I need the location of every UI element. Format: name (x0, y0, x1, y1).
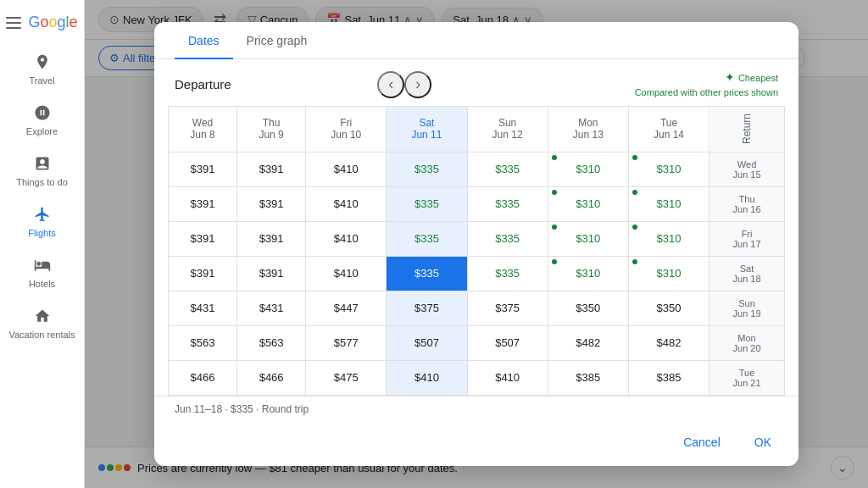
col-header-1: ThuJun 9 (237, 107, 306, 152)
table-row: $391$391$410$335$335$310$310WedJun 15 (169, 152, 785, 186)
price-cell-0-5[interactable]: $310 (548, 152, 628, 186)
price-cell-4-0[interactable]: $431 (169, 291, 237, 325)
dates-modal: Dates Price graph Departure ‹ › ✦ Cheape… (154, 22, 798, 465)
price-cell-4-1[interactable]: $431 (237, 291, 306, 325)
hamburger-menu[interactable] (6, 17, 21, 29)
price-cell-6-0[interactable]: $466 (169, 360, 237, 395)
price-cell-4-5[interactable]: $350 (548, 291, 628, 325)
price-cell-1-2[interactable]: $410 (306, 186, 387, 221)
price-cell-5-0[interactable]: $563 (169, 325, 237, 360)
price-cell-0-6[interactable]: $310 (628, 152, 709, 186)
return-cell-4[interactable]: SunJun 19 (709, 291, 785, 325)
sidebar-item-travel[interactable]: Travel (0, 45, 84, 92)
calendar-next-button[interactable]: › (404, 71, 431, 98)
price-cell-2-1[interactable]: $391 (237, 221, 306, 256)
tab-dates[interactable]: Dates (175, 22, 233, 59)
status-text: Jun 11–18 · $335 · Round trip (175, 403, 309, 415)
return-cell-0[interactable]: WedJun 15 (709, 152, 785, 186)
price-cell-3-2[interactable]: $410 (306, 256, 387, 291)
price-cell-5-4[interactable]: $507 (467, 325, 548, 360)
price-cell-5-1[interactable]: $563 (237, 325, 306, 360)
price-cell-1-6[interactable]: $310 (628, 186, 709, 221)
calendar-title: Departure (175, 77, 377, 92)
sidebar-item-vacation[interactable]: Vacation rentals (0, 299, 84, 347)
price-cell-6-4[interactable]: $410 (467, 360, 548, 395)
price-cell-5-6[interactable]: $482 (628, 325, 709, 360)
return-header: Return (709, 107, 785, 152)
col-header-4: SunJun 12 (467, 107, 548, 152)
price-cell-0-1[interactable]: $391 (237, 152, 306, 186)
price-cell-5-2[interactable]: $577 (306, 325, 387, 360)
tab-price-graph[interactable]: Price graph (233, 22, 321, 59)
sidebar-item-travel-label: Travel (29, 75, 54, 86)
travel-icon (32, 52, 53, 72)
price-cell-0-0[interactable]: $391 (169, 152, 237, 186)
col-header-0: WedJun 8 (169, 107, 237, 152)
price-cell-2-0[interactable]: $391 (169, 221, 237, 256)
price-cell-2-6[interactable]: $310 (628, 221, 709, 256)
explore-icon (32, 103, 53, 123)
col-header-6: TueJun 14 (628, 107, 709, 152)
return-cell-6[interactable]: TueJun 21 (709, 360, 785, 395)
price-cell-0-2[interactable]: $410 (306, 152, 387, 186)
cheapest-sub-text: Compared with other prices shown (635, 86, 778, 99)
cancel-button[interactable]: Cancel (670, 429, 734, 456)
logo-text: Google (28, 14, 77, 31)
sidebar-item-explore[interactable]: Explore (0, 96, 84, 143)
return-cell-5[interactable]: MonJun 20 (709, 325, 785, 360)
table-row: $563$563$577$507$507$482$482MonJun 20 (169, 325, 785, 360)
price-cell-4-2[interactable]: $447 (306, 291, 387, 325)
price-cell-0-4[interactable]: $335 (467, 152, 548, 186)
sidebar-item-flights-label: Flights (28, 228, 55, 238)
price-cell-1-4[interactable]: $335 (467, 186, 548, 221)
price-cell-4-3[interactable]: $375 (387, 291, 467, 325)
table-row: $431$431$447$375$375$350$350SunJun 19 (169, 291, 785, 325)
calendar-status: Jun 11–18 · $335 · Round trip (154, 396, 798, 422)
price-cell-2-4[interactable]: $335 (467, 221, 548, 256)
main-area: ⊙ New York JFK ⇄ ▽ Cancun 📅 Sat, Jun 11 … (85, 0, 868, 488)
price-cell-1-1[interactable]: $391 (237, 186, 306, 221)
price-cell-5-3[interactable]: $507 (387, 325, 467, 360)
return-cell-3[interactable]: SatJun 18 (709, 256, 785, 291)
cheapest-info: ✦ Cheapest Compared with other prices sh… (635, 69, 778, 99)
google-logo: Google (6, 7, 77, 45)
col-header-5: MonJun 13 (548, 107, 628, 152)
price-cell-3-1[interactable]: $391 (237, 256, 306, 291)
table-row: $391$391$410$335$335$310$310SatJun 18 (169, 256, 785, 291)
ok-button[interactable]: OK (741, 429, 785, 456)
modal-overlay[interactable]: Dates Price graph Departure ‹ › ✦ Cheape… (85, 0, 868, 488)
sidebar-item-explore-label: Explore (26, 126, 58, 136)
price-cell-3-4[interactable]: $335 (467, 256, 548, 291)
return-cell-1[interactable]: ThuJun 16 (709, 186, 785, 221)
sidebar: Google Travel Explore Things to do (0, 0, 85, 488)
price-cell-6-5[interactable]: $385 (548, 360, 628, 395)
price-cell-6-2[interactable]: $475 (306, 360, 387, 395)
price-cell-2-3[interactable]: $335 (387, 221, 467, 256)
price-cell-3-0[interactable]: $391 (169, 256, 237, 291)
price-cell-6-1[interactable]: $466 (237, 360, 306, 395)
return-cell-2[interactable]: FriJun 17 (709, 221, 785, 256)
price-cell-5-5[interactable]: $482 (548, 325, 628, 360)
price-cell-6-6[interactable]: $385 (628, 360, 709, 395)
vacation-icon (32, 306, 53, 326)
price-cell-3-3[interactable]: $335 (387, 256, 467, 291)
price-cell-1-0[interactable]: $391 (169, 186, 237, 221)
calendar-grid: WedJun 8ThuJun 9FriJun 10SatJun 11SunJun… (168, 106, 785, 395)
price-cell-4-6[interactable]: $350 (628, 291, 709, 325)
price-cell-3-5[interactable]: $310 (548, 256, 628, 291)
price-cell-2-5[interactable]: $310 (548, 221, 628, 256)
sidebar-item-flights[interactable]: Flights (0, 197, 84, 245)
modal-tabs: Dates Price graph (154, 22, 798, 59)
price-cell-1-5[interactable]: $310 (548, 186, 628, 221)
calendar-prev-button[interactable]: ‹ (377, 71, 404, 98)
sidebar-item-hotels[interactable]: Hotels (0, 248, 84, 296)
price-cell-0-3[interactable]: $335 (387, 152, 467, 186)
price-cell-3-6[interactable]: $310 (628, 256, 709, 291)
sidebar-item-things-to-do[interactable]: Things to do (0, 147, 84, 194)
things-to-do-icon (32, 153, 53, 174)
hotels-icon (32, 255, 53, 275)
price-cell-2-2[interactable]: $410 (306, 221, 387, 256)
price-cell-6-3[interactable]: $410 (387, 360, 467, 395)
price-cell-1-3[interactable]: $335 (387, 186, 467, 221)
price-cell-4-4[interactable]: $375 (467, 291, 548, 325)
